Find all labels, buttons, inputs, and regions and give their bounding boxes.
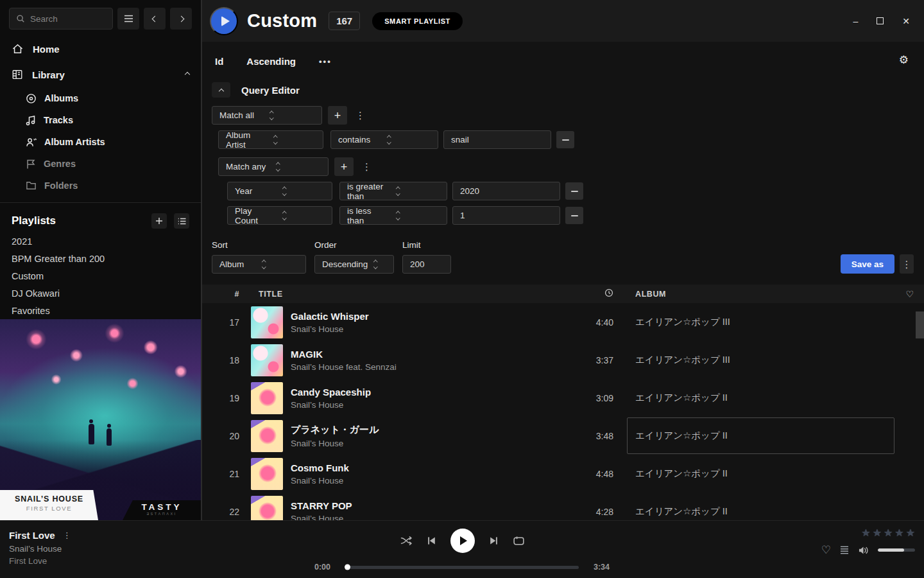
search-input[interactable]: Search	[9, 8, 113, 30]
rule-operator-select[interactable]: is less than	[339, 206, 447, 225]
order-label: Order	[314, 240, 394, 250]
column-title[interactable]: TITLE	[259, 290, 572, 299]
track-album: エイリアン☆ポップ II	[635, 379, 896, 417]
volume-icon[interactable]	[858, 546, 869, 555]
playlist-list: 2021 BPM Greater than 200 Custom DJ Okaw…	[0, 232, 201, 319]
shuffle-button[interactable]	[400, 536, 413, 546]
nav-forward-button[interactable]	[170, 8, 192, 30]
seek-thumb[interactable]	[345, 565, 350, 570]
rule-field-select[interactable]: Play Count	[227, 206, 332, 225]
volume-slider[interactable]	[878, 548, 915, 552]
sidebar-item-tracks[interactable]: Tracks	[0, 109, 201, 131]
order-select[interactable]: Descending	[314, 255, 394, 274]
playlist-item[interactable]: Custom	[0, 267, 201, 285]
star-icon[interactable]: ★	[873, 528, 882, 538]
sidebar-item-albums[interactable]: Albums	[0, 87, 201, 109]
sort-select[interactable]: Album	[212, 255, 306, 274]
star-icon[interactable]: ★	[894, 528, 903, 538]
rule-value-input[interactable]: 2020	[452, 182, 560, 200]
repeat-button[interactable]	[513, 536, 525, 546]
query-menu-button[interactable]: ⋮	[900, 254, 914, 274]
remove-rule-button[interactable]	[565, 182, 583, 200]
select-value: Match any	[226, 162, 270, 171]
play-button[interactable]	[450, 529, 475, 553]
track-title: MAGIK	[291, 349, 572, 360]
rule-value-input[interactable]: snail	[443, 130, 551, 149]
sidebar-item-album-artists[interactable]: Album Artists	[0, 131, 201, 153]
more-options-button[interactable]: •••	[319, 57, 332, 66]
sidebar-item-library[interactable]: Library	[0, 62, 201, 87]
remove-rule-button[interactable]	[556, 131, 574, 148]
select-arrows-icon	[283, 188, 325, 195]
scrollbar-thumb[interactable]	[916, 311, 924, 338]
minimize-button[interactable]: –	[853, 17, 858, 26]
track-album: エイリアン☆ポップ II	[635, 455, 896, 493]
gear-icon[interactable]: ⚙	[899, 53, 909, 67]
add-playlist-button[interactable]	[151, 213, 167, 229]
playlist-list-button[interactable]	[174, 213, 189, 229]
add-rule-button[interactable]: +	[334, 157, 354, 176]
menu-button[interactable]	[117, 8, 139, 30]
table-header: # TITLE ALBUM ♡	[202, 285, 924, 303]
group-menu-button[interactable]: ⋮	[355, 110, 365, 120]
sidebar-item-label: Tracks	[44, 115, 73, 125]
sidebar-item-home[interactable]: Home	[0, 36, 201, 62]
collapse-icon[interactable]	[185, 72, 190, 77]
input-value: 200	[410, 259, 425, 269]
order-field: Order Descending	[314, 240, 394, 274]
track-menu-button[interactable]: ⋮	[63, 531, 71, 539]
rule-operator-select[interactable]: is greater than	[339, 182, 447, 200]
play-playlist-button[interactable]	[210, 7, 238, 35]
playlist-item[interactable]: 2021	[0, 232, 201, 250]
track-row[interactable]: 19 Candy SpaceshipSnail’s House 3:09 エイリ…	[202, 379, 924, 417]
track-title: Galactic Whisper	[291, 311, 572, 322]
sidebar-item-genres[interactable]: Genres	[0, 153, 201, 175]
sidebar-item-folders[interactable]: Folders	[0, 175, 201, 196]
next-button[interactable]	[489, 536, 499, 545]
playlist-item[interactable]: DJ Okawari	[0, 285, 201, 302]
match-mode-select[interactable]: Match any	[218, 157, 329, 176]
favorite-heart-button[interactable]: ♡	[821, 545, 831, 556]
sort-direction-button[interactable]: Ascending	[246, 56, 296, 67]
player-bar: First Love ⋮ Snail’s House First Love	[0, 520, 924, 578]
match-mode-select[interactable]: Match all	[212, 106, 322, 125]
rule-value-input[interactable]: 1	[452, 206, 560, 225]
track-row[interactable]: 20 プラネット・ガールSnail’s House 3:48 エイリアン☆ポップ…	[202, 417, 924, 455]
track-title: STARRY POP	[291, 500, 572, 511]
elapsed-time: 0:00	[314, 563, 336, 572]
add-rule-button[interactable]: +	[328, 106, 347, 125]
track-row[interactable]: 17 Galactic WhisperSnail’s House 4:40 エイ…	[202, 303, 924, 341]
previous-button[interactable]	[427, 536, 436, 545]
rule-field-select[interactable]: Album Artist	[218, 130, 323, 149]
queue-icon[interactable]	[840, 546, 849, 554]
track-row[interactable]: 21 Cosmo FunkSnail’s House 4:48 エイリアン☆ポッ…	[202, 455, 924, 493]
star-icon[interactable]: ★	[884, 528, 893, 538]
playlist-item[interactable]: BPM Greater than 200	[0, 250, 201, 267]
repeat-icon	[513, 536, 525, 546]
column-favorite[interactable]: ♡	[896, 289, 924, 299]
star-icon[interactable]: ★	[906, 528, 915, 538]
now-playing-artwork[interactable]: SNAIL’S HOUSE FIRST LOVE TASTY ƎSTΛПΛXI	[0, 319, 201, 520]
limit-input[interactable]: 200	[402, 255, 451, 274]
select-arrows-icon	[397, 212, 440, 220]
remove-rule-button[interactable]	[565, 207, 583, 224]
column-index[interactable]: #	[202, 290, 239, 299]
close-button[interactable]: ✕	[902, 17, 910, 26]
previous-icon	[427, 536, 436, 545]
rule-operator-select[interactable]: contains	[330, 130, 438, 149]
nav-back-button[interactable]	[144, 8, 166, 30]
column-album[interactable]: ALBUM	[635, 285, 896, 303]
maximize-button[interactable]	[877, 17, 884, 24]
save-as-button[interactable]: Save as	[841, 254, 894, 274]
playlist-item[interactable]: Favorites	[0, 302, 201, 319]
seek-bar[interactable]	[345, 566, 579, 569]
group-menu-button[interactable]: ⋮	[362, 162, 372, 171]
rule-field-select[interactable]: Year	[227, 182, 332, 200]
sort-field-button[interactable]: Id	[215, 56, 223, 67]
track-row[interactable]: 18 MAGIKSnail’s House feat. Sennzai 3:37…	[202, 341, 924, 379]
collapse-query-editor-button[interactable]	[212, 82, 230, 98]
track-row[interactable]: 22 STARRY POPSnail’s House 4:28 エイリアン☆ポッ…	[202, 493, 924, 520]
now-playing-album: First Love	[9, 556, 71, 566]
star-icon[interactable]: ★	[861, 528, 870, 538]
column-duration[interactable]	[572, 288, 613, 299]
